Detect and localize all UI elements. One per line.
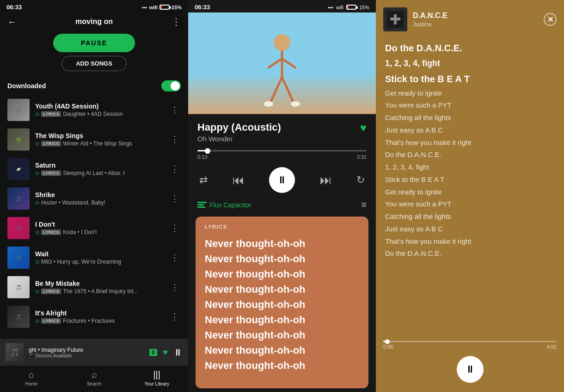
p2-progress-dot (205, 148, 210, 154)
song-more-button[interactable]: ⋮ (169, 133, 181, 146)
song-title: I Don't (35, 221, 163, 228)
add-songs-button[interactable]: ADD SONGS (61, 56, 127, 71)
status-time-1: 06:33 (6, 4, 22, 11)
svg-point-1 (274, 34, 290, 51)
p3-song-artist: Justice (413, 21, 538, 28)
lyric-line: Never thought-oh-oh (205, 282, 359, 297)
justice-logo (389, 13, 402, 26)
p3-times: 0:06 4:02 (383, 344, 557, 350)
lyric-line: Do the D.A.N.C.E. (385, 248, 555, 259)
p3-progress-fill (383, 341, 387, 342)
close-button[interactable]: ✕ (544, 13, 557, 26)
song-sub: M83 • Hurry up, We're Dreaming (41, 259, 121, 265)
nav-search[interactable]: ⌕ Search (63, 369, 126, 386)
lyric-line: Get ready to ignite (385, 88, 555, 99)
next-button[interactable]: ⏭ (320, 173, 332, 187)
lyrics-badge: LYRICS (41, 229, 61, 235)
song-more-button[interactable]: ⋮ (169, 280, 181, 294)
song-sub: Sleeping At Last • Atlas: I (63, 170, 125, 176)
downloaded-toggle[interactable] (161, 80, 181, 91)
song-sub: Fractures • Fractures (63, 318, 115, 324)
lyric-line: Just easy as A B C (385, 125, 555, 136)
flux-capacitor-button[interactable]: Flux Capacitor (197, 201, 251, 209)
song-more-button[interactable]: ⋮ (169, 103, 181, 117)
p2-status-icons: ▪▪▪ wifi 15% (328, 5, 369, 10)
song-item-idont[interactable]: 🎵 I Don't ⊙ LYRICS Koda • I Don't ⋮ (0, 213, 188, 243)
nav-library-label: Your Library (144, 381, 169, 386)
p2-times: 0:13 3:31 (197, 154, 367, 160)
p3-album-inner (387, 11, 404, 28)
lyric-line: Never thought-oh-oh (205, 236, 359, 251)
song-title: Shrike (35, 191, 163, 199)
repeat-button[interactable]: ↻ (356, 174, 365, 186)
battery-pct: 15% (172, 5, 182, 10)
song-info-itsalright: It's Alright ⊙ LYRICS Fractures • Fractu… (35, 309, 163, 324)
svg-line-5 (282, 77, 294, 103)
device-icon: 📱 (29, 353, 34, 358)
p2-battery-icon (346, 5, 356, 10)
svg-point-6 (264, 101, 273, 107)
play-pause-button[interactable]: ⏸ (269, 167, 295, 193)
pause-icon[interactable]: ⏸ (173, 347, 183, 358)
p3-pause-button[interactable]: ⏸ (457, 356, 484, 383)
song-meta: ⊙ LYRICS Winter Aid • The Wisp Sings (35, 140, 163, 147)
download-icon: ⊙ (35, 318, 39, 324)
album-art-figure (261, 22, 303, 114)
pause-button[interactable]: PAUSE (53, 34, 135, 52)
song-more-button[interactable]: ⋮ (169, 162, 181, 176)
song-item-itsalright[interactable]: 🎵 It's Alright ⊙ LYRICS Fractures • Frac… (0, 302, 188, 332)
more-button[interactable]: ⋮ (172, 16, 181, 27)
p3-header: D.A.N.C.E Justice ✕ (376, 0, 564, 37)
p3-album-thumb (383, 7, 407, 31)
lyric-line: Stick to the B E A T (385, 174, 555, 186)
shuffle-button[interactable]: ⇄ (199, 174, 208, 186)
nav-library[interactable]: ||| Your Library (125, 369, 188, 386)
svg-point-7 (291, 101, 300, 107)
status-bar-2: 06:33 ▪▪▪ wifi 15% (188, 0, 376, 12)
queue-button[interactable]: ≡ (361, 199, 367, 210)
download-icon: ⊙ (35, 111, 39, 117)
song-more-button[interactable]: ⋮ (169, 221, 181, 235)
song-title: It's Alright (35, 309, 163, 317)
p2-progress-bar[interactable] (197, 150, 367, 151)
lyric-line: Never thought-oh-oh (205, 297, 359, 312)
song-info-idont: I Don't ⊙ LYRICS Koda • I Don't (35, 221, 163, 235)
song-item-shrike[interactable]: 🎵 Shrike ⊙ Hozier • Wasteland, Baby! ⋮ (0, 184, 188, 213)
prev-button[interactable]: ⏮ (233, 173, 245, 187)
lyric-line: That's how you make it right (385, 137, 555, 149)
song-item-youth[interactable]: 🎵 Youth (4AD Session) ⊙ LYRICS Daughter … (0, 95, 188, 125)
nav-home[interactable]: ⌂ Home (0, 369, 63, 386)
download-icon: ⊙ (35, 170, 39, 176)
lyrics-badge: LYRICS (41, 170, 61, 176)
heart-icon[interactable]: ♥ (163, 348, 168, 357)
status-bar-1: 06:33 ▪▪▪ wifi 15% (0, 0, 188, 12)
p2-extras: Flux Capacitor ≡ (188, 197, 376, 213)
song-more-button[interactable]: ⋮ (169, 251, 181, 265)
lyric-line: Do the D.A.N.C.E. (385, 149, 555, 161)
song-meta: ⊙ LYRICS Daughter • 4AD Session (35, 111, 163, 117)
flux-label: Flux Capacitor (209, 201, 251, 209)
lyric-line: Stick to the B E A T (385, 72, 555, 87)
song-more-button[interactable]: ⋮ (169, 192, 181, 205)
back-button[interactable]: ← (7, 17, 17, 27)
home-icon: ⌂ (29, 369, 34, 380)
song-sub: Winter Aid • The Wisp Sings (63, 140, 132, 147)
song-item-bemymistake[interactable]: 🎵 Be My Mistake ⊙ LYRICS The 1975 • A Br… (0, 272, 188, 302)
lyric-line: 1, 2, 3, 4, fight (385, 162, 555, 173)
p3-progress-bar[interactable] (383, 341, 557, 342)
lyric-line: You were such a PYT (385, 100, 555, 111)
p2-controls: ⇄ ⏮ ⏸ ⏭ ↻ (188, 163, 376, 197)
svg-line-3 (282, 59, 296, 68)
song-more-button[interactable]: ⋮ (169, 310, 181, 324)
song-thumb-shrike: 🎵 (7, 187, 30, 210)
lyric-line: Just easy as A B C (385, 223, 555, 235)
song-item-saturn[interactable]: 🪐 Saturn ⊙ LYRICS Sleeping At Last • Atl… (0, 154, 188, 184)
p2-heart-icon[interactable]: ♥ (360, 121, 367, 134)
song-item-wait[interactable]: 🎵 Wait ⊙ M83 • Hurry up, We're Dreaming … (0, 243, 188, 272)
song-sub: Daughter • 4AD Session (63, 111, 123, 117)
search-icon: ⌕ (92, 369, 97, 380)
now-playing-bar[interactable]: 🎵 ght • Imaginary Future 📱 Devices Avail… (0, 339, 188, 365)
lyrics-panel[interactable]: LYRICS Never thought-oh-oh Never thought… (196, 217, 368, 388)
song-info-youth: Youth (4AD Session) ⊙ LYRICS Daughter • … (35, 103, 163, 117)
song-item-wisp[interactable]: 🌿 The Wisp Sings ⊙ LYRICS Winter Aid • T… (0, 125, 188, 154)
